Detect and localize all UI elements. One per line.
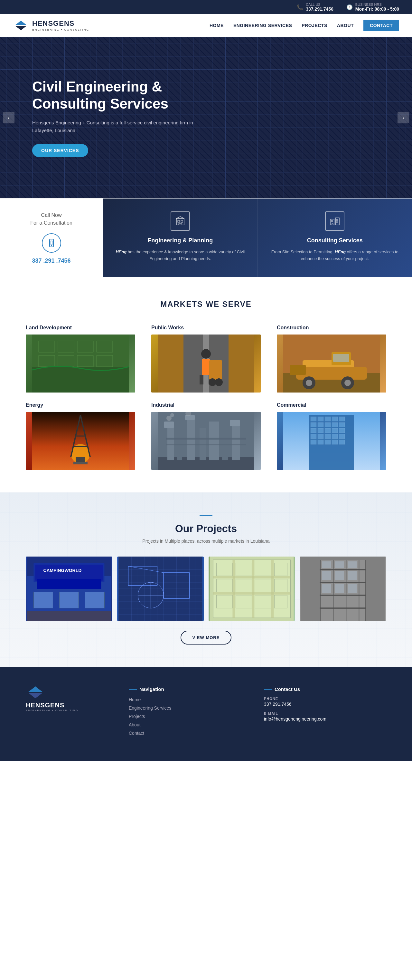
project-img-3 <box>209 557 295 621</box>
svg-rect-30 <box>202 359 210 375</box>
market-img-construction[interactable] <box>277 334 386 393</box>
market-img-commercial[interactable] <box>277 412 386 470</box>
hero-section: ‹ Civil Engineering & Consulting Service… <box>0 37 412 198</box>
nav-projects[interactable]: PROJECTS <box>302 23 327 28</box>
section-accent <box>200 515 212 516</box>
markets-grid: Land Development <box>26 325 386 470</box>
svg-rect-63 <box>209 422 219 460</box>
phone-svg-icon <box>47 239 56 248</box>
svg-line-7 <box>176 216 180 218</box>
call-info: 📞 CALL US 337.291.7456 <box>297 3 333 11</box>
svg-line-8 <box>180 216 184 218</box>
market-img-land[interactable] <box>26 334 135 393</box>
svg-rect-17 <box>32 367 129 393</box>
phone-icon: 📞 <box>297 4 303 10</box>
svg-rect-172 <box>320 608 366 609</box>
svg-rect-156 <box>252 560 254 618</box>
market-img-energy[interactable] <box>26 412 135 470</box>
footer-nav-list: Home Engineering Services Projects About… <box>129 697 251 736</box>
footer-link-projects[interactable]: Projects <box>129 714 145 719</box>
engineering-panel-title: Engineering & Planning <box>113 237 248 244</box>
projects-title: Our Projects <box>26 523 386 535</box>
call-label: CALL US <box>306 3 333 6</box>
svg-rect-174 <box>335 562 344 568</box>
markets-section: MARKETS WE SERVE Land Development <box>0 277 412 492</box>
footer-phone-row: PHONE 337.291.7456 <box>264 697 386 707</box>
hero-next-button[interactable]: › <box>398 112 409 123</box>
svg-point-69 <box>166 416 171 421</box>
consulting-services-panel: Consulting Services From Site Selection … <box>258 199 412 277</box>
project-card-3[interactable] <box>209 557 295 621</box>
svg-rect-45 <box>333 354 349 362</box>
hero-cta-button[interactable]: Our Services <box>32 144 88 157</box>
svg-rect-180 <box>335 584 344 593</box>
project-card-2[interactable] <box>117 557 204 621</box>
project-img-1: CAMPINGWORLD <box>26 557 113 621</box>
footer-link-engineering[interactable]: Engineering Services <box>129 705 171 711</box>
footer-link-about[interactable]: About <box>129 722 141 727</box>
svg-rect-10 <box>330 219 334 225</box>
market-commercial: Commercial <box>277 402 386 470</box>
market-img-public[interactable] <box>151 334 261 393</box>
hours-value: Mon-Fri: 08:00 - 5:00 <box>355 6 399 11</box>
construction-svg <box>277 334 386 393</box>
project-img-4 <box>299 557 386 621</box>
svg-rect-6 <box>181 220 183 222</box>
footer-nav-item-contact: Contact <box>129 730 251 736</box>
markets-title: MARKETS WE SERVE <box>26 300 386 309</box>
footer-brand: HENSGENS ENGINEERING • CONSULTING <box>26 702 116 712</box>
svg-point-2 <box>51 245 52 246</box>
svg-rect-170 <box>320 582 366 583</box>
svg-rect-179 <box>322 584 331 593</box>
building-icon <box>175 216 185 226</box>
footer-link-contact[interactable]: Contact <box>129 730 144 736</box>
footer-nav-accent <box>129 689 137 690</box>
svg-rect-169 <box>320 569 366 570</box>
project-img-2 <box>117 557 204 621</box>
consulting-panel-title: Consulting Services <box>268 237 402 244</box>
nav-about[interactable]: ABOUT <box>337 23 354 28</box>
market-energy: Energy <box>26 402 135 470</box>
project-card-4[interactable] <box>299 557 386 621</box>
call-number: 337.291.7456 <box>306 6 333 11</box>
footer-email-value: info@hensgenengineering.com <box>264 716 386 722</box>
footer-triangle-up <box>29 686 43 692</box>
svg-rect-31 <box>200 375 203 385</box>
svg-rect-108 <box>27 611 111 621</box>
consultation-phone: 337 .291 .7456 <box>10 258 93 264</box>
svg-point-43 <box>344 380 351 386</box>
view-more-button[interactable]: VIEW MORE <box>181 631 232 644</box>
svg-rect-67 <box>166 438 246 439</box>
footer-contact-col: Contact Us PHONE 337.291.7456 E-MAIL inf… <box>264 686 386 739</box>
logo-icon <box>13 18 29 33</box>
svg-rect-66 <box>230 420 240 426</box>
footer-phone-value: 337.291.7456 <box>264 702 386 707</box>
project-card-1[interactable]: CAMPINGWORLD <box>26 557 113 621</box>
site-footer: HENSGENS ENGINEERING • CONSULTING Naviga… <box>0 667 412 761</box>
top-bar: 📞 CALL US 337.291.7456 🕐 BUSINESS HRS Mo… <box>0 0 412 14</box>
svg-rect-3 <box>50 241 53 244</box>
nav-contact[interactable]: CONTACT <box>363 20 399 31</box>
svg-rect-12 <box>331 220 333 222</box>
proj4-svg <box>299 557 386 621</box>
brand-name: HENSGENS <box>32 19 89 28</box>
nav-home[interactable]: HOME <box>209 23 224 28</box>
footer-link-home[interactable]: Home <box>129 697 141 702</box>
public-svg <box>151 334 261 393</box>
market-industrial: Industrial <box>151 402 261 470</box>
footer-logo-col: HENSGENS ENGINEERING • CONSULTING <box>26 686 116 739</box>
nav-engineering[interactable]: ENGINEERING SERVICES <box>233 23 292 28</box>
commercial-svg <box>277 412 386 470</box>
brand-sub: ENGINEERING • CONSULTING <box>32 28 89 32</box>
svg-point-41 <box>306 380 312 386</box>
engineering-icon <box>171 212 190 231</box>
footer-nav-item-about: About <box>129 722 251 728</box>
hero-description: Hensgens Engineering + Consulting is a f… <box>32 119 193 134</box>
svg-rect-171 <box>320 595 366 596</box>
svg-rect-99 <box>309 415 354 470</box>
engineering-planning-panel: Engineering & Planning HEng has the expe… <box>103 199 258 277</box>
market-img-industrial[interactable] <box>151 412 261 470</box>
market-label-public: Public Works <box>151 325 261 331</box>
services-strip: Call Now For a Consultation 337 .291 .74… <box>0 198 412 277</box>
market-label-industrial: Industrial <box>151 402 261 408</box>
